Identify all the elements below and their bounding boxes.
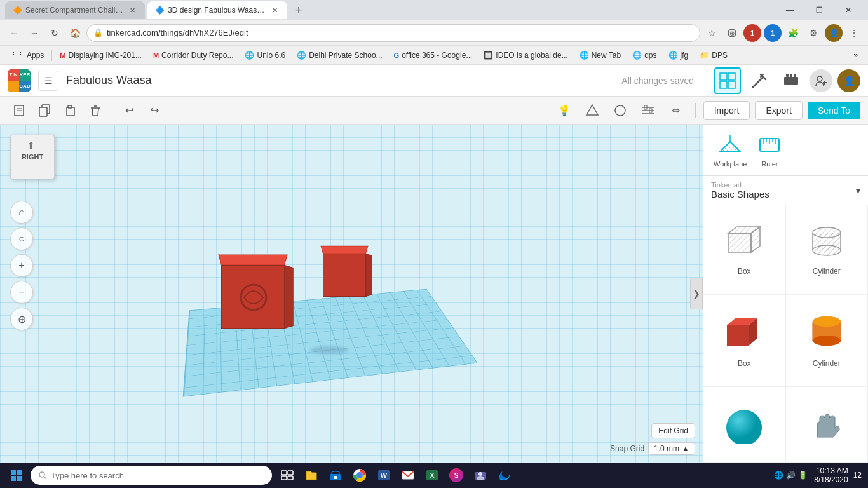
shape-wireframe-cylinder[interactable]: Cylinder <box>786 205 869 295</box>
excel-button[interactable]: X <box>421 464 444 487</box>
volume-icon[interactable]: 🔊 <box>786 471 796 480</box>
tab-tinkercad[interactable]: 🔷 3D design Fabulous Waasa | Tink... ✕ <box>147 1 287 19</box>
logo-cad: CAD <box>19 81 31 92</box>
bookmark-apps[interactable]: ⋮⋮ Apps <box>5 50 49 61</box>
bookmark-dps2[interactable]: 📁 DPS <box>695 50 733 61</box>
star-icon[interactable]: ☆ <box>703 24 721 42</box>
profile-icon-1[interactable]: 1 <box>743 24 761 42</box>
edge-button[interactable] <box>493 464 516 487</box>
notification-count[interactable]: 12 <box>851 471 864 480</box>
forward-button[interactable]: → <box>25 24 43 42</box>
large-box-3d[interactable] <box>221 252 297 329</box>
copy-button[interactable] <box>33 99 56 122</box>
bookmark-dps1[interactable]: 🌐 dps <box>627 50 661 61</box>
snap-grid-value[interactable]: 1.0 mm ▲ <box>648 442 695 455</box>
redo-button[interactable]: ↪ <box>143 99 166 122</box>
delete-button[interactable] <box>84 99 107 122</box>
zoom-out-button[interactable]: − <box>10 281 33 304</box>
shape-hand[interactable] <box>786 387 869 463</box>
bookmark-office[interactable]: G office 365 - Google... <box>389 50 478 61</box>
store-button[interactable] <box>324 464 347 487</box>
files-button[interactable] <box>300 464 323 487</box>
refresh-button[interactable]: ↻ <box>46 24 64 42</box>
menu-button[interactable]: ☰ <box>38 71 58 91</box>
circuit-mode-button[interactable] <box>778 67 804 94</box>
panel-collapse-button[interactable]: ❯ <box>690 278 703 309</box>
shape-solid-box[interactable]: Box <box>703 295 786 388</box>
shape-tool-1[interactable] <box>581 99 604 122</box>
bookmark-unio[interactable]: 🌐 Unio 6.6 <box>240 50 290 61</box>
gmail-taskbar-button[interactable] <box>397 464 419 487</box>
zoom-in-button[interactable]: + <box>10 254 33 277</box>
back-button[interactable]: ← <box>5 24 23 42</box>
export-button[interactable]: Export <box>755 101 802 120</box>
tab1-close[interactable]: ✕ <box>127 5 137 15</box>
tab-secret-compartment[interactable]: 🔶 Secret Compartment Challenge ✕ <box>5 1 145 19</box>
shape-solid-cylinder[interactable]: Cylinder <box>786 295 869 388</box>
address-bar[interactable]: 🔒 tinkercad.com/things/dhVfiX276EJ/edit <box>86 24 700 42</box>
app8-button[interactable]: S <box>445 464 468 487</box>
3d-view-button[interactable] <box>714 67 741 94</box>
undo-button[interactable]: ↩ <box>118 99 140 122</box>
start-button[interactable] <box>4 463 29 488</box>
cube-arrow-icon[interactable]: ⬆ <box>27 140 35 152</box>
bookmark-unio-label: Unio 6.6 <box>257 51 285 60</box>
settings-icon[interactable]: ⚙ <box>804 24 822 42</box>
selector-dropdown-icon[interactable]: ▾ <box>856 186 860 196</box>
reset-view-button[interactable]: ⊕ <box>10 308 33 330</box>
small-box-3d[interactable] <box>323 246 374 297</box>
light-tool[interactable]: 💡 <box>553 99 576 122</box>
user-avatar[interactable]: 👤 <box>825 24 843 42</box>
user-profile-button[interactable]: 👤 <box>837 69 860 92</box>
view-cube[interactable]: ⬆ RIGHT <box>10 135 61 186</box>
title-bar: 🔶 Secret Compartment Challenge ✕ 🔷 3D de… <box>0 0 868 20</box>
extensions-icon[interactable]: ⊕ <box>723 24 741 42</box>
maximize-button[interactable]: ❒ <box>804 0 834 20</box>
profile-icon-2[interactable]: 1 <box>764 24 782 42</box>
windows-logo-icon <box>10 469 23 482</box>
extensions-menu-icon[interactable]: 🧩 <box>784 24 802 42</box>
search-bar[interactable]: Type here to search <box>31 466 272 485</box>
svg-line-72 <box>44 477 46 479</box>
window-controls: — ❒ ✕ <box>775 0 863 20</box>
workplane-tool[interactable]: Workplane <box>714 132 747 168</box>
bookmark-delhi[interactable]: 🌐 Delhi Private Schoo... <box>292 50 387 61</box>
edit-grid-button[interactable]: Edit Grid <box>651 423 695 438</box>
orbit-button[interactable]: ○ <box>10 227 33 250</box>
home-button[interactable]: 🏠 <box>66 24 84 42</box>
bookmark-mail1[interactable]: M Displaying IMG-201... <box>55 50 147 61</box>
shape-tool-2[interactable] <box>609 99 632 122</box>
chrome-menu-icon[interactable]: ⋮ <box>845 24 863 42</box>
shape-wireframe-box[interactable]: Box <box>703 205 786 295</box>
home-view-button[interactable]: ⌂ <box>10 201 33 224</box>
teams-button[interactable] <box>469 464 492 487</box>
tab2-close[interactable]: ✕ <box>269 5 280 15</box>
new-design-button[interactable] <box>8 99 31 122</box>
bookmark-mail2[interactable]: M Corridor Duty Repo... <box>148 50 239 61</box>
network-icon[interactable]: 🌐 <box>774 471 783 480</box>
chrome-taskbar-button[interactable] <box>348 464 371 487</box>
close-button[interactable]: ✕ <box>834 0 863 20</box>
ideo-icon: 🔲 <box>484 51 493 60</box>
bookmark-ideo[interactable]: 🔲 IDEO is a global de... <box>478 50 573 61</box>
shape-sphere[interactable] <box>703 387 786 463</box>
new-tab-button[interactable]: + <box>290 1 308 19</box>
ruler-tool[interactable]: Ruler <box>757 132 782 168</box>
taskview-button[interactable] <box>276 464 299 487</box>
word-button[interactable]: W <box>372 464 395 487</box>
mirror-tool[interactable]: ⇔ <box>665 99 688 122</box>
build-mode-button[interactable] <box>746 67 773 94</box>
bookmark-newtab[interactable]: 🌐 New Tab <box>574 50 626 61</box>
add-user-button[interactable] <box>810 69 832 92</box>
3d-viewport[interactable]: ⬆ RIGHT ⌂ ○ + − ⊕ <box>0 125 703 463</box>
paste-button[interactable] <box>58 99 81 122</box>
battery-icon[interactable]: 🔋 <box>798 471 808 480</box>
minimize-button[interactable]: — <box>775 0 804 20</box>
bookmark-jfg[interactable]: 🌐 jfg <box>663 50 694 61</box>
import-button[interactable]: Import <box>703 101 750 120</box>
svg-rect-68 <box>17 470 22 475</box>
add-user-icon <box>815 74 827 87</box>
align-tool[interactable] <box>637 99 660 122</box>
send-to-button[interactable]: Send To <box>808 102 860 119</box>
bookmarks-more[interactable]: » <box>848 50 863 61</box>
